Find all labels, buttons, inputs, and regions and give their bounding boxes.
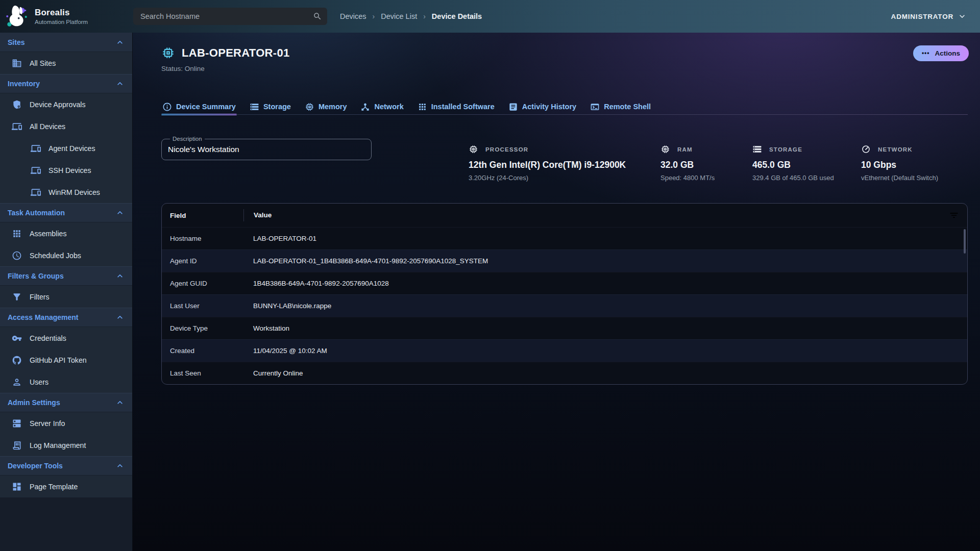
stat-processor: PROCESSOR 12th Gen Intel(R) Core(TM) i9-… [469, 144, 626, 182]
section-label: Inventory [8, 80, 40, 88]
brand-name: Borealis [35, 8, 88, 18]
table-row: Last Seen Currently Online [162, 362, 967, 384]
table-scrollbar[interactable] [964, 229, 966, 254]
section-label: Developer Tools [8, 462, 63, 470]
sidebar-section-access-management[interactable]: Access Management [0, 308, 132, 327]
table-row: Created 11/04/2025 @ 10:02 AM [162, 339, 967, 362]
sidebar-section-filters-groups[interactable]: Filters & Groups [0, 266, 132, 286]
sidebar-section-task-automation[interactable]: Task Automation [0, 203, 132, 222]
tab-label: Storage [263, 103, 291, 111]
stat-label: PROCESSOR [485, 146, 528, 153]
github-icon [12, 355, 22, 365]
description-label: Description [170, 136, 205, 142]
user-menu[interactable]: ADMINISTRATOR [891, 0, 967, 33]
field-cell: Agent GUID [162, 280, 243, 287]
stat-value: 10 Gbps [861, 160, 938, 170]
sidebar-item-agent-devices[interactable]: Agent Devices [0, 137, 132, 159]
sidebar-item-page-template[interactable]: Page Template [0, 475, 132, 497]
sidebar-item-github-api-token[interactable]: GitHub API Token [0, 349, 132, 371]
app-window: Borealis Automation Platform Devices › D… [0, 0, 980, 551]
value-cell: LAB-OPERATOR-01 [243, 235, 967, 242]
sidebar-item-label: Agent Devices [48, 144, 95, 153]
stat-detail: 329.4 GB of 465.0 GB used [752, 174, 834, 182]
sidebar-item-credentials[interactable]: Credentials [0, 327, 132, 349]
user-menu-label: ADMINISTRATOR [891, 13, 953, 20]
storage-stack-icon [752, 144, 762, 154]
tab-storage[interactable]: Storage [249, 98, 292, 115]
search-input[interactable] [140, 12, 313, 20]
section-label: Admin Settings [8, 398, 60, 407]
breadcrumb-devices[interactable]: Devices [340, 12, 366, 20]
apps-icon [418, 102, 427, 112]
chevron-up-icon [115, 271, 125, 281]
chevron-up-icon [115, 397, 125, 408]
top-bar: Borealis Automation Platform Devices › D… [0, 0, 980, 33]
description-input[interactable] [168, 143, 365, 156]
chevron-up-icon [115, 208, 125, 218]
sidebar: Sites All Sites Inventory Device Approva… [0, 33, 133, 551]
tab-installed-software[interactable]: Installed Software [416, 98, 496, 115]
breadcrumb: Devices › Device List › Device Details [340, 0, 482, 33]
person-icon [12, 377, 22, 387]
more-icon: ••• [922, 49, 930, 57]
sidebar-item-winrm-devices[interactable]: WinRM Devices [0, 181, 132, 203]
sidebar-item-users[interactable]: Users [0, 371, 132, 393]
sidebar-item-scheduled-jobs[interactable]: Scheduled Jobs [0, 244, 132, 266]
sidebar-item-all-devices[interactable]: All Devices [0, 115, 132, 137]
storage-icon [250, 102, 259, 112]
key-icon [12, 333, 22, 343]
sidebar-menu: Sites All Sites Inventory Device Approva… [0, 33, 132, 497]
sidebar-item-label: All Sites [30, 59, 56, 67]
value-cell: 1B4B386B-649A-4701-9892-2057690A1028 [243, 280, 967, 287]
stat-detail: Speed: 4800 MT/s [660, 174, 715, 182]
brand-logo[interactable]: Borealis Automation Platform [4, 4, 88, 29]
sidebar-section-admin-settings[interactable]: Admin Settings [0, 393, 132, 412]
rabbit-logo-icon [4, 4, 30, 29]
table-row: Hostname LAB-OPERATOR-01 [162, 227, 967, 249]
field-cell: Last User [162, 302, 243, 310]
sidebar-section-inventory[interactable]: Inventory [0, 74, 132, 93]
sidebar-item-server-info[interactable]: Server Info [0, 412, 132, 434]
section-label: Filters & Groups [8, 272, 64, 280]
breadcrumb-separator: › [423, 12, 426, 20]
filter-icon[interactable] [949, 210, 959, 220]
actions-button[interactable]: ••• Actions [913, 45, 969, 61]
brand-subtitle: Automation Platform [35, 19, 88, 25]
chip-icon [161, 46, 175, 60]
breadcrumb-device-list[interactable]: Device List [381, 12, 417, 20]
dashboard-icon [12, 482, 22, 492]
search-box [133, 8, 327, 25]
sidebar-item-device-approvals[interactable]: Device Approvals [0, 93, 132, 115]
tab-activity-history[interactable]: Activity History [507, 98, 577, 115]
sidebar-item-all-sites[interactable]: All Sites [0, 52, 132, 74]
chevron-down-icon [957, 11, 967, 21]
value-cell: LAB-OPERATOR-01_1B4B386B-649A-4701-9892-… [243, 257, 967, 265]
sidebar-item-ssh-devices[interactable]: SSH Devices [0, 159, 132, 181]
devices-icon [31, 165, 41, 176]
description-field: Description [161, 136, 372, 160]
clock-icon [12, 251, 22, 261]
sidebar-item-assemblies[interactable]: Assemblies [0, 222, 132, 244]
chevron-up-icon [115, 37, 125, 47]
tab-network[interactable]: Network [359, 98, 404, 115]
sidebar-section-sites[interactable]: Sites [0, 33, 132, 52]
devices-icon [31, 143, 41, 154]
tab-label: Memory [318, 103, 347, 111]
sidebar-item-log-management[interactable]: Log Management [0, 434, 132, 456]
device-title-row: LAB-OPERATOR-01 [161, 46, 289, 60]
sidebar-item-label: Filters [30, 293, 50, 301]
tab-device-summary[interactable]: Device Summary [161, 98, 237, 115]
sidebar-section-developer-tools[interactable]: Developer Tools [0, 456, 132, 475]
ram-chip-icon [660, 144, 670, 154]
search-icon[interactable] [313, 12, 322, 21]
info-icon [162, 102, 172, 112]
value-cell: Workstation [243, 324, 967, 332]
tab-label: Network [374, 103, 403, 111]
field-cell: Created [162, 347, 243, 355]
stat-value: 32.0 GB [660, 160, 715, 170]
tab-remote-shell[interactable]: Remote Shell [589, 98, 652, 115]
tab-memory[interactable]: Memory [304, 98, 348, 115]
shield-approval-icon [12, 99, 22, 110]
sidebar-item-filters[interactable]: Filters [0, 286, 132, 308]
sidebar-item-label: SSH Devices [48, 166, 91, 174]
